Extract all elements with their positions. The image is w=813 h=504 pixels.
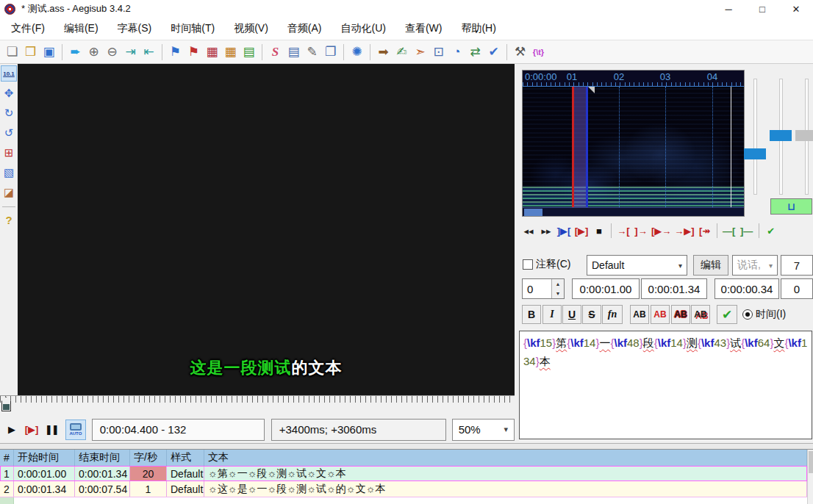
- primary-color-button[interactable]: AB: [630, 305, 649, 324]
- shift-start-to-video-icon[interactable]: ⇥: [121, 43, 140, 62]
- video-panel-icon[interactable]: ▦: [203, 43, 221, 62]
- commit-button[interactable]: ✔: [717, 305, 737, 324]
- subtitle-row[interactable]: 20:00:01.340:00:07.541Default☼这☼是☼一☼段☼测☼…: [0, 481, 807, 497]
- italic-button[interactable]: I: [542, 305, 562, 324]
- zoom-in-icon[interactable]: ⊕: [85, 43, 103, 62]
- end-time-field[interactable]: 0:00:01.34: [641, 278, 707, 299]
- time-mode-radio-wrap[interactable]: 时间(I): [742, 308, 786, 321]
- minimize-button[interactable]: ─: [712, 0, 745, 18]
- grid-header-2[interactable]: 结束时间: [75, 450, 130, 466]
- shift-times-icon[interactable]: ➡: [374, 43, 393, 62]
- video-pause-button[interactable]: ❚❚: [43, 420, 60, 439]
- clip-mode-icon[interactable]: ▧: [1, 165, 17, 181]
- style-select[interactable]: Default ▾: [587, 255, 687, 276]
- stop-button[interactable]: ■: [590, 222, 608, 240]
- menu-item-help[interactable]: 帮助(H): [451, 18, 505, 39]
- link-volume-zoom-toggle[interactable]: ⊔: [770, 198, 812, 215]
- subtitle-row[interactable]: 10:00:01.000:00:01.3420Default☼第☼一☼段☼测☼试…: [0, 466, 807, 481]
- play-last-500ms-button[interactable]: →▶]: [673, 222, 695, 240]
- attachments-icon[interactable]: ✎: [303, 43, 321, 62]
- translation-assistant-icon[interactable]: ⇄: [466, 43, 484, 62]
- next-line-button[interactable]: ▸▸: [537, 222, 555, 240]
- video-time-display[interactable]: 0:00:04.400 - 132: [92, 419, 265, 441]
- grid-header-4[interactable]: 样式: [167, 450, 204, 466]
- video-offset-display[interactable]: +3400ms; +3060ms: [271, 419, 446, 441]
- play-line-button[interactable]: [▶]: [573, 222, 590, 240]
- volume-handle[interactable]: [795, 130, 813, 141]
- scale-mode-icon[interactable]: ⊞: [1, 145, 17, 161]
- play-500ms-before-button[interactable]: →[: [615, 222, 632, 240]
- maximize-button[interactable]: □: [745, 0, 779, 18]
- drag-mode-icon[interactable]: ✥: [1, 85, 17, 101]
- spin-up-icon[interactable]: ▲: [552, 279, 564, 289]
- subtitle-grid-icon[interactable]: ▤: [240, 43, 258, 62]
- open-file-icon[interactable]: ❒: [21, 43, 40, 62]
- video-seek-bar[interactable]: [0, 395, 515, 415]
- menu-item-subtitle[interactable]: 字幕(S): [108, 18, 162, 39]
- new-file-icon[interactable]: ❏: [3, 43, 21, 62]
- horizontal-zoom-slider[interactable]: [753, 79, 757, 195]
- horizontal-zoom-handle[interactable]: [744, 148, 766, 159]
- secondary-color-button[interactable]: AB: [651, 305, 670, 324]
- video-display[interactable]: 这是一段测试的文本: [18, 64, 515, 395]
- styles-manager-icon[interactable]: S: [266, 43, 284, 62]
- play-500ms-after-button[interactable]: ]→: [632, 222, 650, 240]
- actor-select[interactable]: 说话, ▾: [732, 255, 778, 276]
- grid-header-3[interactable]: 字/秒: [130, 450, 167, 466]
- edit-style-button[interactable]: 编辑: [693, 255, 728, 276]
- close-button[interactable]: ✕: [779, 0, 813, 18]
- spin-down-icon[interactable]: ▼: [552, 289, 564, 298]
- play-selection-button[interactable]: ]▶[: [555, 222, 573, 240]
- properties-icon[interactable]: ▤: [284, 43, 303, 62]
- standard-mode-icon[interactable]: 10.1: [1, 65, 17, 82]
- rotate-xy-mode-icon[interactable]: ↺: [1, 125, 17, 141]
- comment-checkbox-wrap[interactable]: 注释(C): [523, 258, 570, 271]
- outline-color-button[interactable]: AB: [671, 305, 690, 324]
- kanji-timer-icon[interactable]: ➣: [411, 43, 429, 62]
- jump-to-icon[interactable]: ➨: [66, 43, 85, 62]
- audio-selection[interactable]: [572, 87, 588, 209]
- resample-resolution-icon[interactable]: ❐: [321, 43, 340, 62]
- select-lines-icon[interactable]: ⊡: [429, 43, 448, 62]
- commit-audio-button[interactable]: ✔: [762, 222, 780, 240]
- ass-tags-icon[interactable]: {\t}: [529, 43, 548, 62]
- spell-checker-icon[interactable]: ✔: [484, 43, 503, 62]
- add-lead-in-button[interactable]: —[: [720, 222, 738, 240]
- margin-field[interactable]: 0: [781, 278, 813, 299]
- effect-field[interactable]: 7: [781, 255, 813, 276]
- menu-item-automation[interactable]: 自动化(U): [331, 18, 395, 39]
- shift-end-to-video-icon[interactable]: ⇤: [140, 43, 158, 62]
- grid-header-1[interactable]: 开始时间: [14, 450, 75, 466]
- grid-vscrollbar-thumb[interactable]: [809, 451, 813, 473]
- grid-vscrollbar[interactable]: [807, 450, 813, 504]
- video-slider-icon[interactable]: ▦: [221, 43, 240, 62]
- snap-end-to-keyframe-icon[interactable]: ⚑: [185, 43, 203, 62]
- auto-seek-toggle[interactable]: AUTO: [65, 420, 86, 440]
- strikeout-button[interactable]: S: [582, 305, 601, 324]
- rotate-z-mode-icon[interactable]: ↻: [1, 105, 17, 121]
- menu-item-file[interactable]: 文件(F): [1, 18, 54, 39]
- vertical-zoom-handle[interactable]: [770, 130, 792, 141]
- automation-icon[interactable]: ✺: [348, 43, 366, 62]
- shadow-color-button[interactable]: AB: [691, 305, 710, 324]
- subtitle-text-editor[interactable]: {\kf15}第{\kf14}一{\kf48}段{\kf14}测{\kf43}试…: [519, 331, 812, 439]
- save-file-icon[interactable]: ▣: [40, 43, 58, 62]
- video-play-line-button[interactable]: [▶]: [24, 420, 40, 439]
- duration-field[interactable]: 0:00:00.34: [714, 278, 779, 299]
- previous-line-button[interactable]: ◂◂: [520, 222, 537, 240]
- menu-item-audio[interactable]: 音频(A): [278, 18, 332, 39]
- selection-end-marker[interactable]: [588, 87, 595, 93]
- font-face-button[interactable]: fn: [602, 305, 623, 324]
- zoom-out-icon[interactable]: ⊖: [103, 43, 121, 62]
- video-play-button[interactable]: ▶: [4, 420, 20, 439]
- menu-item-edit[interactable]: 编辑(E): [54, 18, 108, 39]
- styling-assistant-icon[interactable]: ✍: [393, 43, 411, 62]
- options-icon[interactable]: ⚒: [511, 43, 529, 62]
- comment-checkbox[interactable]: [523, 259, 533, 270]
- grid-splitter[interactable]: [0, 443, 813, 450]
- time-mode-radio[interactable]: [742, 309, 753, 320]
- menu-item-timing[interactable]: 时间轴(T): [161, 18, 224, 39]
- grid-header-5[interactable]: 文本: [204, 450, 807, 466]
- layer-stepper[interactable]: 0 ▲▼: [522, 278, 565, 299]
- grid-header-0[interactable]: #: [0, 450, 14, 466]
